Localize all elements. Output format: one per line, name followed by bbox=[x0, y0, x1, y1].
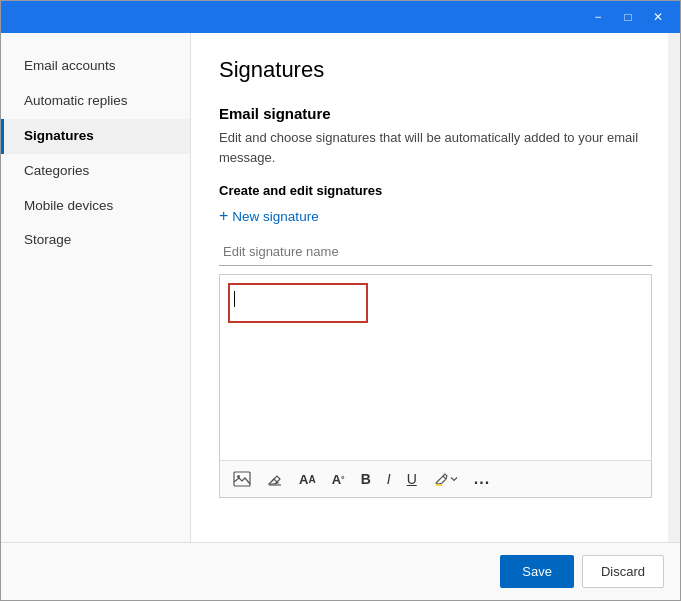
page-title: Signatures bbox=[219, 57, 652, 83]
svg-rect-3 bbox=[436, 484, 442, 486]
signature-editor-body[interactable] bbox=[220, 275, 651, 460]
plus-icon: + bbox=[219, 208, 228, 224]
close-button[interactable]: ✕ bbox=[644, 6, 672, 28]
section-description: Edit and choose signatures that will be … bbox=[219, 128, 652, 167]
eraser-icon bbox=[267, 471, 283, 487]
main-content: Signatures Email signature Edit and choo… bbox=[191, 33, 680, 542]
font-size-label: A bbox=[299, 472, 308, 487]
app-window: − □ ✕ Email accounts Automatic replies S… bbox=[0, 0, 681, 601]
text-cursor bbox=[234, 291, 235, 307]
maximize-button[interactable]: □ bbox=[614, 6, 642, 28]
font-size-small-label: A bbox=[308, 474, 315, 485]
title-bar: − □ ✕ bbox=[1, 1, 680, 33]
italic-button[interactable]: I bbox=[382, 468, 396, 490]
sidebar-item-categories[interactable]: Categories bbox=[1, 154, 190, 189]
discard-button[interactable]: Discard bbox=[582, 555, 664, 588]
bold-button[interactable]: B bbox=[356, 468, 376, 490]
font-size-button[interactable]: A A bbox=[294, 469, 321, 490]
sidebar-item-signatures[interactable]: Signatures bbox=[1, 119, 190, 154]
sidebar-item-storage[interactable]: Storage bbox=[1, 223, 190, 258]
insert-image-button[interactable] bbox=[228, 468, 256, 490]
new-signature-button[interactable]: + New signature bbox=[219, 208, 319, 224]
font-superscript-small-label: ° bbox=[341, 474, 345, 484]
sidebar-item-automatic-replies[interactable]: Automatic replies bbox=[1, 84, 190, 119]
svg-point-1 bbox=[237, 475, 240, 478]
font-superscript-label: A bbox=[332, 472, 341, 487]
signature-editor: A A A ° B I U bbox=[219, 274, 652, 498]
save-button[interactable]: Save bbox=[500, 555, 574, 588]
highlight-icon bbox=[433, 471, 449, 487]
clear-formatting-button[interactable] bbox=[262, 468, 288, 490]
sidebar-item-mobile-devices[interactable]: Mobile devices bbox=[1, 189, 190, 224]
underline-button[interactable]: U bbox=[402, 468, 422, 490]
svg-rect-0 bbox=[234, 472, 250, 486]
signature-text-box[interactable] bbox=[228, 283, 368, 323]
chevron-down-icon bbox=[450, 475, 458, 483]
new-signature-label: New signature bbox=[232, 209, 318, 224]
signature-toolbar: A A A ° B I U bbox=[220, 460, 651, 497]
subsection-title: Create and edit signatures bbox=[219, 183, 652, 198]
sidebar-item-email-accounts[interactable]: Email accounts bbox=[1, 49, 190, 84]
font-size-superscript-button[interactable]: A ° bbox=[327, 469, 350, 490]
image-icon bbox=[233, 471, 251, 487]
section-title: Email signature bbox=[219, 105, 652, 122]
title-bar-controls: − □ ✕ bbox=[584, 6, 672, 28]
scrollbar[interactable] bbox=[668, 33, 680, 542]
more-options-button[interactable]: ... bbox=[469, 467, 495, 491]
content-area: Email accounts Automatic replies Signatu… bbox=[1, 33, 680, 542]
footer: Save Discard bbox=[1, 542, 680, 600]
minimize-button[interactable]: − bbox=[584, 6, 612, 28]
highlight-button[interactable] bbox=[428, 468, 463, 490]
sidebar: Email accounts Automatic replies Signatu… bbox=[1, 33, 191, 542]
signature-name-input[interactable] bbox=[219, 238, 652, 266]
